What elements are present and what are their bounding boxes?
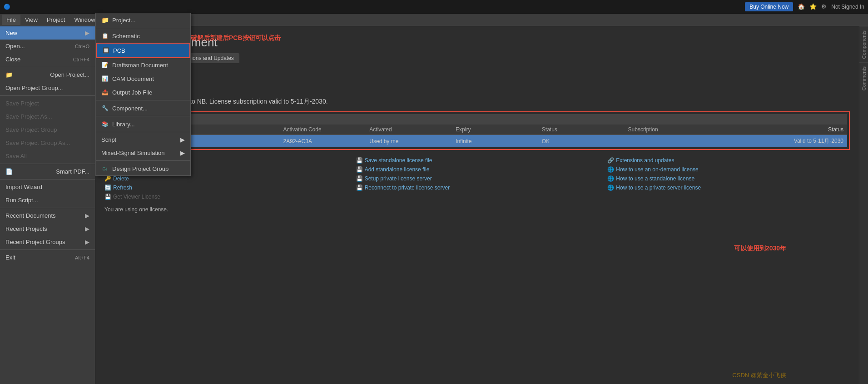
new-output-job-label: Output Job File xyxy=(112,89,152,96)
menu-smart-pdf[interactable]: 📄 Smart PDF... xyxy=(0,165,95,178)
support-center[interactable]: 🖥 SUPPORTcenter xyxy=(104,84,850,90)
not-signed-in-status: 👤 not signed in xyxy=(104,70,850,79)
available-licenses-text: Available Licenses - Licensed to NB. Lic… xyxy=(104,98,850,106)
settings-icon[interactable]: ⚙ xyxy=(821,3,827,10)
menu-open[interactable]: Open... Ctrl+O xyxy=(0,40,95,53)
menu-save-project-group: Save Project Group xyxy=(0,123,95,136)
action-refresh[interactable]: 🔄 Refresh xyxy=(104,185,347,191)
new-submenu-divider-5 xyxy=(96,160,190,161)
menu-exit[interactable]: Exit Alt+F4 xyxy=(0,251,95,264)
action-setup-private[interactable]: 💾 Setup private license server xyxy=(356,175,599,182)
draftsman-icon: 📝 xyxy=(101,61,109,69)
script-arrow-icon: ▶ xyxy=(180,136,185,143)
home-icon[interactable]: 🏠 xyxy=(798,3,805,10)
new-design-project-group[interactable]: 🗂 Design Project Group xyxy=(96,162,190,175)
menu-recent-projects[interactable]: Recent Projects ▶ xyxy=(0,222,95,235)
new-draftsman[interactable]: 📝 Draftsman Document xyxy=(96,58,190,72)
new-library[interactable]: 📚 Library... xyxy=(96,117,190,131)
buy-online-button[interactable]: Buy Online Now xyxy=(745,2,793,11)
how-standalone-icon: 🌐 xyxy=(607,175,614,182)
menu-file[interactable]: File xyxy=(2,15,20,25)
menu-run-script[interactable]: Run Script... xyxy=(0,194,95,207)
how-private-server-icon: 🌐 xyxy=(607,185,614,191)
recent-documents-label: Recent Documents xyxy=(5,212,56,219)
action-delete[interactable]: 🔑 Delete xyxy=(104,175,347,182)
sidebar-tab-components[interactable]: Components xyxy=(859,26,868,62)
get-viewer-label: Get Viewer License xyxy=(113,194,160,200)
delete-label: Delete xyxy=(113,175,129,182)
save-license-icon: 💾 xyxy=(356,157,363,164)
new-label: New xyxy=(5,30,17,36)
add-license-label: Add standalone license file xyxy=(365,166,430,173)
setup-private-label: Setup private license server xyxy=(365,175,432,182)
save-project-group-label: Save Project Group xyxy=(5,126,57,133)
new-arrow-icon: ▶ xyxy=(85,30,89,36)
new-cam[interactable]: 📊 CAM Document xyxy=(96,72,190,85)
star-icon[interactable]: ⭐ xyxy=(809,3,817,10)
title-bar-left: 🔵 xyxy=(4,4,10,10)
using-license-text: You are using one license. xyxy=(104,206,850,213)
open-label: Open... xyxy=(5,43,25,50)
new-schematic[interactable]: 📋 Schematic xyxy=(96,29,190,43)
status-value: OK xyxy=(542,138,628,145)
new-cam-label: CAM Document xyxy=(112,75,154,82)
save-project-group-as-label: Save Project Group As... xyxy=(5,140,70,146)
new-project[interactable]: 📁 Project... xyxy=(96,13,190,27)
table-row[interactable]: Altium Designer 2A92-AC3A Used by me Inf… xyxy=(107,135,847,147)
menu-recent-project-groups[interactable]: Recent Project Groups ▶ xyxy=(0,235,95,249)
delete-icon: 🔑 xyxy=(104,175,111,182)
menu-close[interactable]: Close Ctrl+F4 xyxy=(0,53,95,66)
csdn-watermark: CSDN @紫金小飞侠 xyxy=(732,371,786,379)
close-label: Close xyxy=(5,56,20,63)
new-schematic-label: Schematic xyxy=(112,33,140,40)
add-license-icon: 💾 xyxy=(356,166,363,173)
menu-save-all: Save All xyxy=(0,150,95,163)
file-menu-panel: New ▶ Open... Ctrl+O Close Ctrl+F4 📁 Ope… xyxy=(0,26,95,384)
new-component[interactable]: 🔧 Component... xyxy=(96,101,190,115)
recent-documents-arrow-icon: ▶ xyxy=(85,212,89,219)
year-annotation: 可以使用到2030年 xyxy=(734,244,786,253)
open-project-label: Open Project... xyxy=(50,71,89,78)
viewer-icon: 💾 xyxy=(104,194,111,200)
new-library-label: Library... xyxy=(112,121,135,128)
title-bar-right: Buy Online Now 🏠 ⭐ ⚙ Not Signed In xyxy=(745,2,864,11)
action-how-on-demand[interactable]: 🌐 How to use an on-demand license xyxy=(607,166,850,173)
save-project-label: Save Project xyxy=(5,100,39,107)
action-reconnect[interactable]: 💾 Reconnect to private license server xyxy=(356,185,599,191)
action-add-license[interactable]: 💾 Add standalone license file xyxy=(356,166,599,173)
reconnect-label: Reconnect to private license server xyxy=(365,185,450,191)
menu-import-wizard[interactable]: Import Wizard xyxy=(0,180,95,194)
mixed-signal-arrow-icon: ▶ xyxy=(180,150,185,156)
status-right-value: Valid to 5-11月-2030 xyxy=(714,137,843,145)
divider-3 xyxy=(0,164,95,164)
menu-project[interactable]: Project xyxy=(42,15,69,25)
smart-pdf-icon: 📄 xyxy=(5,168,13,175)
action-save-license[interactable]: 💾 Save standalone license file xyxy=(356,157,599,164)
sidebar-tab-comments[interactable]: Comments xyxy=(859,62,868,94)
open-project-icon: 📁 xyxy=(5,71,13,78)
new-mixed-signal[interactable]: Mixed-Signal Simulation ▶ xyxy=(96,146,190,160)
menu-recent-documents[interactable]: Recent Documents ▶ xyxy=(0,209,95,222)
action-how-standalone[interactable]: 🌐 How to use a standalone license xyxy=(607,175,850,182)
activation-code: 2A92-AC3A xyxy=(283,138,370,145)
action-how-private-server[interactable]: 🌐 How to use a private server license xyxy=(607,185,850,191)
menu-new[interactable]: New ▶ xyxy=(0,26,95,40)
new-pcb[interactable]: 🔲 PCB xyxy=(96,43,190,58)
menu-view[interactable]: View xyxy=(20,15,42,25)
new-submenu-divider-1 xyxy=(96,28,190,28)
action-get-viewer: 💾 Get Viewer License xyxy=(104,194,347,200)
new-pcb-label: PCB xyxy=(113,47,125,54)
new-script[interactable]: Script ▶ xyxy=(96,133,190,146)
library-icon: 📚 xyxy=(101,120,109,128)
menu-open-project-group[interactable]: Open Project Group... xyxy=(0,81,95,95)
menu-open-project[interactable]: 📁 Open Project... xyxy=(0,68,95,81)
refresh-icon: 🔄 xyxy=(104,185,111,191)
save-project-as-label: Save Project As... xyxy=(5,113,52,120)
new-component-label: Component... xyxy=(112,105,148,112)
divider-2 xyxy=(0,95,95,96)
new-mixed-signal-label: Mixed-Signal Simulation xyxy=(101,150,164,156)
action-extensions-updates[interactable]: 🔗 Extensions and updates xyxy=(607,157,850,164)
design-grp-icon: 🗂 xyxy=(101,165,109,172)
reconnect-icon: 💾 xyxy=(356,185,363,191)
new-output-job[interactable]: 📤 Output Job File xyxy=(96,85,190,99)
